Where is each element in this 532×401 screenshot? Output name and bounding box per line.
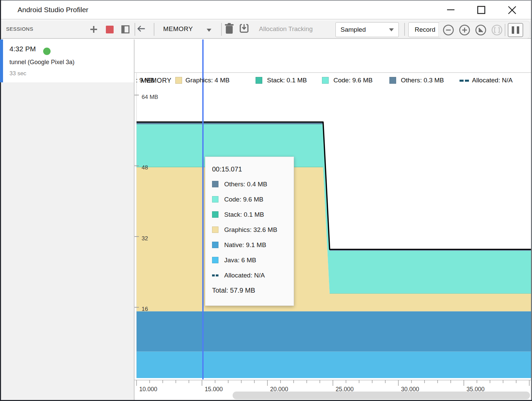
tooltip-swatch: [212, 181, 218, 187]
tooltip-row-label: Graphics: 32.6 MB: [224, 226, 277, 234]
collapse-panel-button[interactable]: [121, 25, 130, 34]
tooltip-row-label: Code: 9.6 MB: [224, 196, 263, 203]
add-session-button[interactable]: [89, 25, 98, 34]
separator: [505, 24, 505, 36]
tooltip-swatch: [212, 226, 218, 233]
legend-label: Allocated: N/A: [472, 77, 512, 84]
session-duration: 33 sec: [9, 70, 26, 77]
zoom-to-selection-button[interactable]: [491, 24, 503, 36]
session-time: 4:32 PM: [9, 45, 36, 53]
y-tick-label: 16: [142, 306, 148, 312]
close-button[interactable]: [507, 5, 518, 16]
stage-selector-dropdown[interactable]: MEMORY: [163, 25, 193, 33]
tooltip-swatch: [212, 196, 218, 203]
tooltip-swatch: [212, 242, 218, 248]
memory-chart-panel[interactable]: 64 MB483216 : 9 MBGraphics: 4 MBStack: 0…: [135, 39, 532, 400]
tooltip-row: Code: 9.6 MB: [212, 192, 287, 207]
chevron-down-icon: [389, 28, 394, 31]
pause-icon: [517, 26, 519, 34]
area-series-java: [137, 351, 532, 378]
stage-selector-label: MEMORY: [163, 25, 193, 32]
legend-swatch: [256, 77, 262, 84]
window-title: Android Studio Profiler: [18, 6, 88, 14]
sampling-mode-select[interactable]: Sampled: [335, 22, 399, 37]
tooltip-timestamp: 00:15.071: [212, 162, 287, 177]
pause-live-button[interactable]: [508, 23, 523, 37]
toolbar: SESSIONS MEMORY: [0, 20, 532, 39]
tooltip-row: Allocated: N/A: [212, 268, 287, 283]
separator: [404, 23, 405, 36]
trash-icon: [225, 23, 234, 34]
stop-icon: [106, 26, 114, 33]
window-border-top: [0, 0, 532, 1]
allocated-dash-icon: [212, 274, 218, 276]
legend-label: Others: 0.3 MB: [401, 77, 444, 84]
panel-icon: [121, 25, 129, 33]
tooltip-total: Total: 57.9 MB: [212, 283, 287, 298]
chevron-down-icon: [207, 29, 211, 32]
back-arrow-icon: [137, 24, 146, 34]
pause-icon: [512, 26, 514, 34]
session-live-status-dot: [43, 48, 51, 55]
sessions-header: SESSIONS: [6, 26, 33, 32]
legend-label: Graphics: 4 MB: [185, 77, 230, 84]
legend-label: Code: 9.6 MB: [333, 77, 373, 84]
stop-session-button[interactable]: [105, 25, 114, 34]
tooltip-swatch: [212, 211, 218, 218]
separator: [135, 23, 135, 36]
sessions-panel: 4:32 PM tunnel (Google Pixel 3a) 33 sec: [0, 39, 135, 400]
tooltip-row-label: Java: 6 MB: [224, 257, 256, 264]
tooltip-row-label: Native: 9.1 MB: [224, 241, 266, 249]
chart-legend: : 9 MBGraphics: 4 MBStack: 0.1 MBCode: 9…: [135, 72, 532, 88]
separator: [154, 23, 154, 36]
session-list-item[interactable]: 4:32 PM tunnel (Google Pixel 3a) 33 sec: [0, 39, 134, 82]
legend-swatch: [389, 77, 396, 84]
y-tick-label: 32: [142, 235, 148, 242]
profiler-window: Android Studio Profiler SESSIONS MEMORY: [0, 0, 532, 401]
capture-download-icon: [240, 23, 248, 34]
chart-tooltip: 00:15.071 Others: 0.4 MBCode: 9.6 MBStac…: [205, 157, 294, 306]
separator: [221, 23, 222, 36]
record-button-label: Record: [415, 26, 435, 33]
reset-zoom-button[interactable]: [475, 24, 486, 36]
tooltip-row: Others: 0.4 MB: [212, 177, 287, 192]
maximize-button[interactable]: [476, 5, 486, 16]
horizontal-scrollbar-thumb[interactable]: [233, 392, 530, 399]
memory-chart-svg: 64 MB483216: [135, 39, 532, 380]
tooltip-row: Native: 9.1 MB: [212, 237, 287, 252]
tooltip-row-label: Others: 0.4 MB: [224, 181, 267, 188]
zoom-in-button[interactable]: [459, 24, 470, 36]
tooltip-row-label: Allocated: N/A: [224, 272, 265, 279]
area-series-native: [137, 311, 532, 351]
title-bar: Android Studio Profiler: [0, 0, 532, 20]
y-tick-label: 64 MB: [142, 94, 158, 100]
zoom-out-button[interactable]: [443, 24, 454, 36]
allocation-tracking-label: Allocation Tracking: [259, 25, 313, 33]
x-tick-label: 10.000: [139, 386, 157, 393]
y-tick-label: 48: [142, 164, 148, 171]
plus-icon: [90, 25, 98, 33]
session-device: tunnel (Google Pixel 3a): [9, 59, 75, 66]
tooltip-swatch: [212, 257, 218, 263]
gc-trash-button[interactable]: [225, 24, 234, 33]
zoom-controls-panel: [438, 21, 530, 38]
minimize-button[interactable]: [445, 5, 456, 16]
heap-dump-button[interactable]: [240, 24, 248, 33]
tooltip-row: Java: 6 MB: [212, 252, 287, 268]
stage-title-overlay: MEMORY: [141, 77, 171, 84]
tooltip-row: Stack: 0.1 MB: [212, 207, 287, 222]
session-selected-accent: [0, 39, 3, 82]
sampling-mode-value: Sampled: [341, 26, 366, 33]
tooltip-row-label: Stack: 0.1 MB: [224, 211, 264, 218]
legend-swatch: [322, 77, 329, 84]
tooltip-row: Graphics: 32.6 MB: [212, 222, 287, 237]
legend-label: Stack: 0.1 MB: [267, 77, 307, 84]
legend-swatch: [175, 77, 182, 84]
x-tick-label: 15.000: [205, 386, 223, 393]
tooltip-rows: Others: 0.4 MBCode: 9.6 MBStack: 0.1 MBG…: [212, 177, 287, 283]
back-button[interactable]: [137, 24, 146, 33]
